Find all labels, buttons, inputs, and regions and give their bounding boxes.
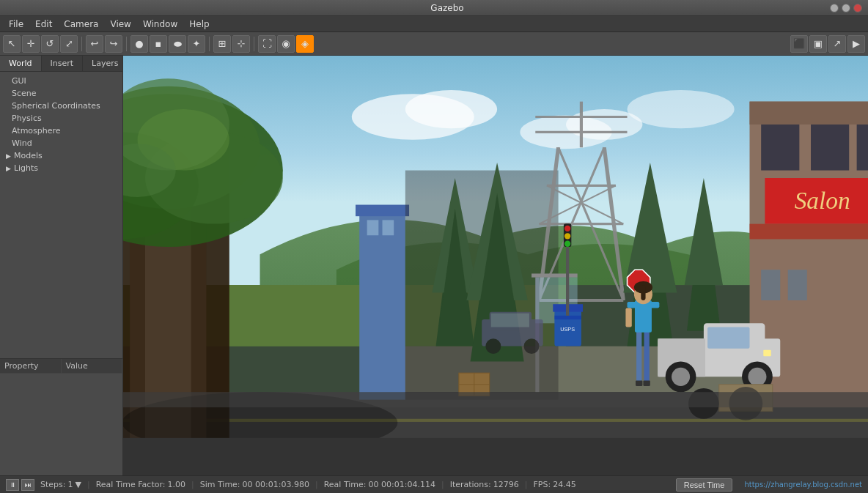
svg-rect-80 (628, 302, 637, 308)
tool-redo[interactable]: ↪ (105, 35, 122, 53)
tree-gui[interactable]: GUI (0, 75, 122, 87)
tool-box[interactable]: ▪ (150, 35, 167, 53)
menu-window[interactable]: Window (137, 18, 183, 31)
tree-scene[interactable]: Scene (0, 87, 122, 100)
svg-rect-13 (356, 205, 409, 217)
tab-layers[interactable]: Layers (83, 56, 128, 71)
menu-view[interactable]: View (104, 18, 136, 31)
steps-value: 1 (67, 480, 73, 489)
svg-rect-76 (644, 331, 649, 385)
sim-time-label: Sim Time: (200, 480, 240, 489)
sep2: | (191, 480, 194, 489)
tool-light[interactable]: ✦ (188, 35, 205, 53)
svg-rect-15 (383, 220, 394, 235)
svg-point-71 (564, 233, 570, 239)
app-title: Gazebo (65, 3, 830, 13)
svg-rect-85 (641, 285, 645, 300)
tool-sphere[interactable]: ● (130, 35, 148, 53)
svg-rect-62 (532, 273, 578, 277)
window-controls (830, 4, 862, 12)
tool-undo[interactable]: ↩ (86, 35, 103, 53)
svg-rect-82 (625, 308, 631, 327)
svg-text:USPS: USPS (560, 326, 575, 333)
rtf-label: Real Time Factor: (96, 480, 166, 489)
models-arrow-icon: ▶ (6, 152, 11, 160)
steps-label: Steps: (40, 480, 65, 489)
tool-scale[interactable]: ⤢ (60, 35, 78, 53)
menu-file[interactable]: File (3, 18, 29, 31)
svg-rect-108 (123, 438, 868, 475)
viewport[interactable]: Salon (123, 56, 868, 475)
tool-record[interactable]: ▣ (809, 35, 827, 53)
svg-rect-24 (857, 125, 868, 171)
tree-atmosphere[interactable]: Atmosphere (0, 125, 122, 137)
tree-spherical-coordinates[interactable]: Spherical Coordinates (0, 100, 122, 112)
real-time-value: 00 00:01:04.114 (369, 480, 435, 489)
svg-rect-25 (761, 270, 780, 300)
svg-rect-81 (650, 302, 660, 308)
tool-highlight[interactable]: ◈ (296, 35, 314, 53)
tree-lights[interactable]: ▶Lights (0, 162, 122, 174)
steps-dropdown[interactable]: ▼ (75, 480, 81, 489)
sim-time-display: Sim Time: 00 00:01:03.980 (200, 480, 309, 489)
svg-rect-22 (761, 125, 799, 171)
svg-rect-12 (359, 209, 405, 400)
reset-time-button[interactable]: Reset Time (676, 478, 733, 492)
real-time-display: Real Time: 00 00:01:04.114 (324, 480, 435, 489)
svg-rect-18 (750, 102, 868, 125)
iterations-label: Iterations: (450, 480, 491, 489)
svg-rect-14 (367, 220, 379, 235)
tool-plot[interactable]: ↗ (828, 35, 846, 53)
svg-point-5 (628, 90, 735, 128)
sep-3 (209, 37, 210, 51)
tool-select[interactable]: ↖ (3, 35, 21, 53)
tool-screenshot[interactable]: ⬛ (790, 35, 808, 53)
iterations-display: Iterations: 12796 (450, 480, 519, 489)
rtf-value: 1.00 (167, 480, 185, 489)
value-col-header: Value (62, 359, 123, 373)
tree-models[interactable]: ▶Models (0, 149, 122, 162)
main-layout: World Insert Layers GUI Scene Spherical … (0, 56, 868, 475)
maximize-button[interactable] (842, 4, 850, 12)
toolbar-right: ⬛ ▣ ↗ ▶ (790, 35, 865, 53)
play-controls: ⏸ ⏭ (6, 479, 34, 491)
tool-cylinder[interactable]: ⬬ (169, 35, 186, 53)
svg-rect-26 (788, 270, 807, 300)
svg-rect-78 (643, 381, 650, 386)
sep1: | (87, 480, 90, 489)
pause-button[interactable]: ⏸ (6, 479, 19, 491)
menu-camera[interactable]: Camera (58, 18, 104, 31)
left-sidebar: World Insert Layers GUI Scene Spherical … (0, 56, 123, 475)
url-display: https://zhangrelay.blog.csdn.net (744, 481, 862, 489)
property-col-header: Property (0, 359, 62, 373)
tool-align[interactable]: ◉ (277, 35, 295, 53)
tool-video[interactable]: ▶ (847, 35, 865, 53)
svg-rect-66 (554, 316, 581, 319)
tree-physics[interactable]: Physics (0, 112, 122, 125)
step-button[interactable]: ⏭ (21, 479, 34, 491)
tool-translate[interactable]: ✛ (22, 35, 40, 53)
sep5: | (525, 480, 528, 489)
tool-rotate[interactable]: ↺ (41, 35, 59, 53)
menu-edit[interactable]: Edit (29, 18, 58, 31)
tool-snap[interactable]: ⛶ (258, 35, 276, 53)
svg-rect-109 (123, 392, 868, 407)
real-time-label: Real Time: (324, 480, 367, 489)
sep-1 (81, 37, 82, 51)
tree-wind[interactable]: Wind (0, 137, 122, 149)
tool-grid[interactable]: ⊞ (213, 35, 231, 53)
tab-world[interactable]: World (0, 56, 42, 71)
steps-display: Steps: 1 ▼ (40, 480, 81, 489)
menu-help[interactable]: Help (183, 18, 215, 31)
sep-2 (126, 37, 127, 51)
tab-insert[interactable]: Insert (42, 56, 84, 71)
minimize-button[interactable] (830, 4, 839, 12)
iterations-value: 12796 (493, 480, 519, 489)
svg-rect-21 (750, 224, 868, 240)
svg-point-104 (485, 338, 501, 354)
close-button[interactable] (853, 4, 862, 12)
svg-point-72 (564, 241, 570, 247)
fps-value: 24.45 (553, 480, 576, 489)
sep4: | (441, 480, 444, 489)
tool-axes[interactable]: ⊹ (232, 35, 250, 53)
